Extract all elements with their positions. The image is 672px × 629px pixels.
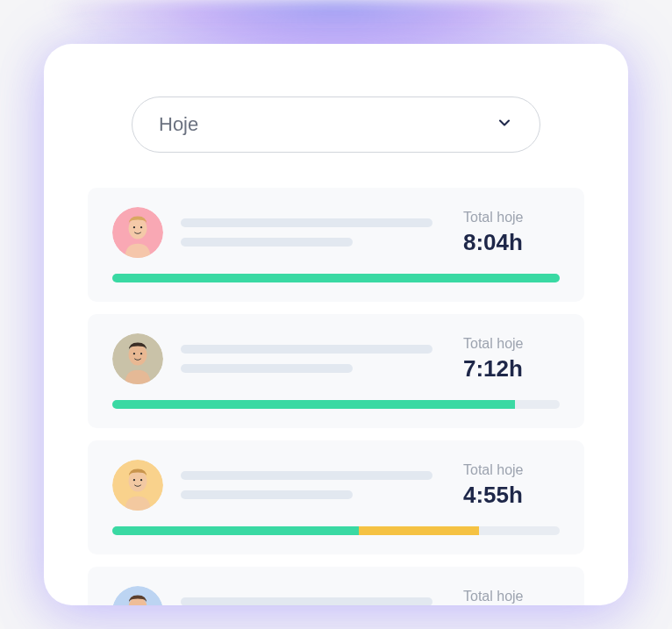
svg-point-1 [129, 218, 147, 239]
name-placeholder [181, 218, 446, 247]
list-item[interactable]: Total hoje7:12h [88, 314, 584, 428]
avatar [112, 333, 163, 384]
name-placeholder [181, 471, 446, 499]
total-label: Total hoje [463, 462, 560, 478]
total-value: 7:12h [463, 355, 560, 382]
total-label: Total hoje [463, 210, 560, 225]
list-item[interactable]: Total hoje4:55h [88, 440, 584, 554]
total-label: Total hoje [463, 336, 560, 352]
progress-bar [112, 400, 560, 409]
progress-bar [112, 526, 560, 535]
svg-point-6 [133, 353, 135, 354]
list-item[interactable]: Total hoje2:08h [88, 567, 584, 605]
user-time-list: Total hoje8:04h Total hoje7:12h Total ho… [88, 188, 584, 605]
progress-segment [359, 526, 480, 535]
list-item[interactable]: Total hoje8:04h [88, 188, 584, 302]
chevron-down-icon [496, 114, 513, 135]
total-block: Total hoje7:12h [463, 336, 560, 382]
name-placeholder [181, 345, 446, 373]
svg-point-10 [133, 479, 135, 481]
total-block: Total hoje8:04h [463, 210, 560, 256]
dropdown-selected-label: Hoje [159, 113, 198, 136]
date-range-dropdown[interactable]: Hoje [132, 96, 540, 153]
avatar [112, 586, 163, 605]
total-value: 8:04h [463, 229, 560, 256]
progress-bar [112, 274, 560, 282]
avatar [112, 460, 163, 511]
svg-point-2 [133, 226, 135, 228]
total-label: Total hoje [463, 589, 560, 604]
total-block: Total hoje4:55h [463, 462, 560, 509]
svg-point-3 [140, 226, 142, 228]
svg-point-5 [129, 344, 147, 365]
avatar [112, 207, 163, 258]
total-block: Total hoje2:08h [463, 589, 560, 606]
progress-segment [112, 400, 515, 409]
svg-point-7 [140, 353, 142, 354]
progress-segment [112, 274, 560, 282]
progress-segment [112, 526, 359, 535]
total-value: 4:55h [463, 482, 560, 509]
svg-point-11 [140, 479, 142, 481]
time-tracking-card: Hoje Total hoje8:04h Total hoje7:12h [44, 44, 628, 605]
svg-point-9 [129, 470, 147, 491]
name-placeholder [181, 597, 446, 605]
